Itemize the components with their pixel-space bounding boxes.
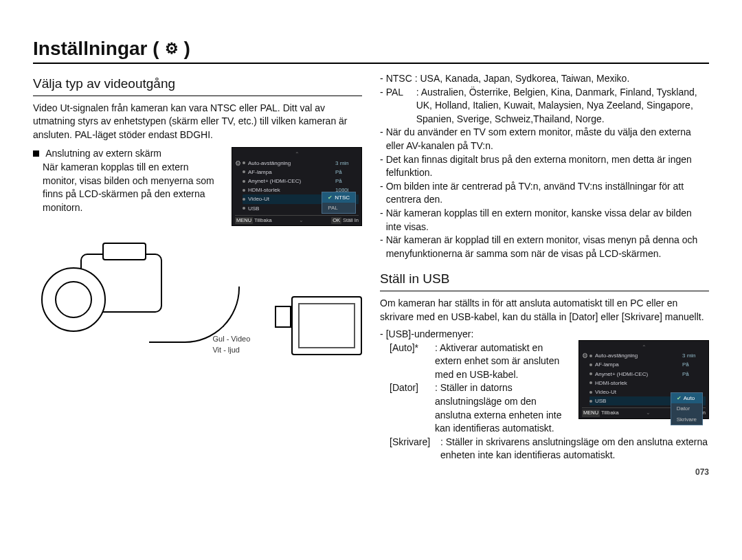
page-root: Inställningar ( ⚙ ) Välja typ av videout… xyxy=(0,0,742,492)
usb-def-key: [Auto]* xyxy=(390,341,432,382)
camera-tv-illustration: Gul - Video Vit - ljud xyxy=(36,238,362,355)
note-item: -Om bilden inte är centrerad på TV:n, an… xyxy=(380,180,709,207)
usb-intro: Om kameran har ställts in för att anslut… xyxy=(380,297,709,324)
usb-def-row: [Auto]*: Aktiverar automatiskt en extern… xyxy=(390,341,569,382)
pal-label: PAL xyxy=(386,86,416,126)
note-item: -När kameran kopplas till en extern moni… xyxy=(380,207,709,234)
gear-icon: ⚙ xyxy=(165,40,179,58)
pal-row: - PAL : Australien, Österrike, Belgien, … xyxy=(380,86,709,126)
menu-items-b: Auto-avstängning3 minAF-lampaPåAnynet+ (… xyxy=(589,351,706,405)
video-out-intro: Video Ut-signalen från kameran kan vara … xyxy=(33,102,362,142)
menu-items-a: Auto-avstängning3 minAF-lampaPåAnynet+ (… xyxy=(243,159,359,213)
menu-back-key: MENU xyxy=(235,217,253,225)
subheading-video-out: Välja typ av videoutgång xyxy=(33,75,362,96)
camera-menu-usb: ⌃ ⚙ Auto-avstängning3 minAF-lampaPåAnyne… xyxy=(578,340,709,419)
label-video: Gul - Video xyxy=(212,334,250,344)
page-number: 073 xyxy=(380,467,709,478)
external-screen-row: Anslutning av extern skärm När kameran k… xyxy=(33,147,362,226)
gear-icon-column: ⚙ xyxy=(582,351,588,405)
menu-ok-key: OK xyxy=(331,217,341,225)
label-audio: Vit - ljud xyxy=(212,345,250,355)
usb-def-row: [Skrivare]: Ställer in skrivarens anslut… xyxy=(390,436,709,462)
square-bullet-icon xyxy=(33,150,39,157)
camera-drawing xyxy=(36,238,171,355)
menu-back-label: Tillbaka xyxy=(254,217,272,223)
menu-ok-label: Ställ In xyxy=(343,217,359,223)
note-item: -Det kan finnas digitalt brus på den ext… xyxy=(380,153,709,180)
pal-text: : Australien, Österrike, Belgien, Kina, … xyxy=(416,86,709,126)
usb-def-key: [Skrivare] xyxy=(390,436,438,462)
menu-item[interactable]: HDMI-storlek xyxy=(589,379,706,388)
menu-popup: AutoDatorSkrivare xyxy=(671,392,703,425)
ext-screen-title: Anslutning av extern skärm xyxy=(33,147,223,161)
usb-def-body: : Aktiverar automatiskt en extern enhet … xyxy=(435,341,569,382)
right-column: - NTSC : USA, Kanada, Japan, Sydkorea, T… xyxy=(380,72,709,478)
menu-popup-item[interactable]: Dator xyxy=(671,403,702,414)
ext-screen-body: När kameran kopplas till en extern monit… xyxy=(33,161,223,214)
ext-title-text: Anslutning av extern skärm xyxy=(45,148,161,159)
note-item: -När kameran är kopplad till en extern m… xyxy=(380,234,709,260)
ntsc-label: NTSC xyxy=(386,73,412,84)
tv-drawing xyxy=(291,296,362,355)
menu-popup: NTSCPAL xyxy=(322,192,356,214)
usb-def-body: : Ställer in skrivarens anslutningsläge … xyxy=(440,436,709,462)
ntsc-text: : USA, Kanada, Japan, Sydkorea, Taiwan, … xyxy=(415,73,630,84)
usb-def-key: [Dator] xyxy=(390,381,432,435)
camera-menu-video-out: ⌃ ⚙ Auto-avstängning3 minAF-lampaPåAnyne… xyxy=(232,147,362,226)
usb-definition-last: [Skrivare]: Ställer in skrivarens anslut… xyxy=(380,436,709,462)
usb-submenus-label: - [USB]-undermenyer: xyxy=(380,328,569,341)
menu-popup-item[interactable]: PAL xyxy=(322,203,355,213)
page-title: Inställningar ( ⚙ ) xyxy=(33,38,709,64)
left-column: Välja typ av videoutgång Video Ut-signal… xyxy=(33,72,362,478)
usb-sub-label-text: [USB]-undermenyer: xyxy=(386,328,474,341)
menu-popup-item[interactable]: Skrivare xyxy=(671,414,702,425)
menu-item[interactable]: Auto-avstängning3 min xyxy=(243,159,359,168)
menu-item[interactable]: Anynet+ (HDMI-CEC)På xyxy=(243,177,359,186)
menu-item[interactable]: Anynet+ (HDMI-CEC)På xyxy=(589,370,706,379)
menu-item[interactable]: AF-lampaPå xyxy=(589,360,706,369)
usb-definitions: [Auto]*: Aktiverar automatiskt en extern… xyxy=(380,341,569,436)
menu-back-key: MENU xyxy=(582,410,600,417)
menu-back-label: Tillbaka xyxy=(601,410,619,416)
usb-def-row: [Dator]: Ställer in datorns anslutningsl… xyxy=(390,381,569,435)
menu-popup-item[interactable]: Auto xyxy=(671,393,702,403)
menu-popup-item[interactable]: NTSC xyxy=(322,192,355,203)
gear-icon-column: ⚙ xyxy=(235,159,241,213)
cable-labels: Gul - Video Vit - ljud xyxy=(212,334,250,355)
usb-def-body: : Ställer in datorns anslutningsläge om … xyxy=(435,381,569,435)
title-suffix: ) xyxy=(184,38,190,60)
menu-item[interactable]: AF-lampaPå xyxy=(243,168,359,177)
title-text: Inställningar ( xyxy=(33,38,159,60)
note-item: -När du använder en TV som extern monito… xyxy=(380,126,709,153)
subheading-usb: Ställ in USB xyxy=(380,270,709,291)
menu-item[interactable]: Auto-avstängning3 min xyxy=(589,351,706,360)
right-notes: -När du använder en TV som extern monito… xyxy=(380,126,709,260)
ntsc-row: - NTSC : USA, Kanada, Japan, Sydkorea, T… xyxy=(380,72,709,86)
